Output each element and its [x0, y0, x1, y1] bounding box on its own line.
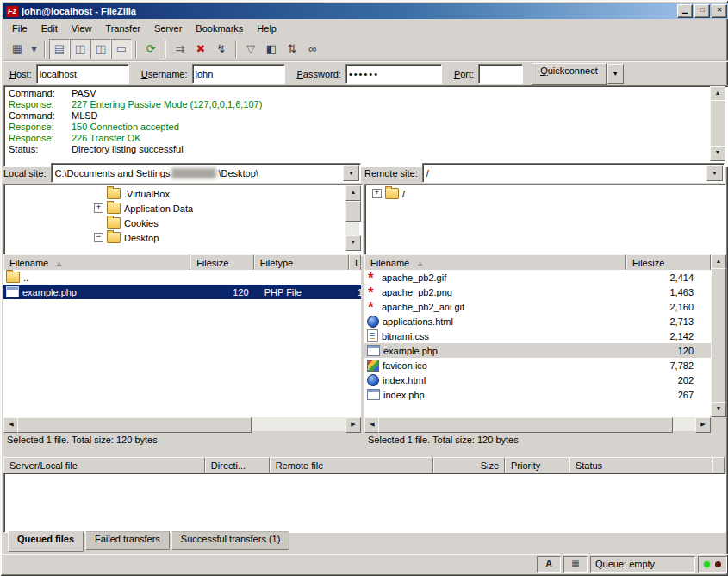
column-server-local-file[interactable]: Server/Local file	[3, 457, 205, 474]
scroll-thumb[interactable]	[345, 201, 361, 222]
local-site-combobox[interactable]: C:\Documents and Settings\Desktop\ ▼	[51, 163, 361, 183]
file-row[interactable]: apache_pb2.png1,463	[364, 285, 711, 299]
process-queue-button[interactable]: ⇉	[170, 39, 190, 59]
file-row[interactable]: apache_pb2.gif2,414	[364, 270, 711, 285]
log-line: Response:227 Entering Passive Mode (127,…	[9, 99, 728, 110]
disconnect-button[interactable]: ↯	[211, 39, 232, 59]
remote-site-combobox[interactable]: / ▼	[422, 163, 725, 183]
column-filename[interactable]: Filename▵	[3, 254, 190, 272]
quickconnect-button[interactable]: Quickconnect	[532, 63, 607, 85]
log-line: Command:PASV	[9, 88, 728, 99]
process-queue-icon: ⇉	[176, 43, 185, 54]
log-line: Command:MLSD	[9, 110, 728, 122]
column-lastmodified[interactable]: L	[349, 254, 361, 272]
php-file-icon	[367, 345, 380, 356]
local-list-hscrollbar[interactable]: ◀ ▶	[3, 417, 361, 431]
file-row-selected[interactable]: example.php 120 PHP File 1	[3, 285, 361, 299]
file-row[interactable]: applications.html2,713	[364, 314, 711, 329]
port-input[interactable]	[478, 64, 523, 84]
menu-bookmarks[interactable]: Bookmarks	[189, 21, 250, 36]
file-row[interactable]: index.php267	[364, 387, 711, 402]
column-direction[interactable]: Directi...	[205, 457, 270, 474]
expander-icon[interactable]: +	[372, 189, 382, 198]
file-row[interactable]: index.html202	[364, 373, 711, 387]
file-row[interactable]: bitnami.css2,142	[364, 329, 711, 343]
maximize-button[interactable]: □	[694, 4, 710, 18]
quickconnect-dropdown-button[interactable]: ▼	[607, 64, 624, 84]
toggle-local-tree-button[interactable]: ◫	[70, 39, 90, 59]
column-filename[interactable]: Filename▵	[364, 254, 626, 272]
password-input[interactable]	[345, 64, 442, 84]
column-size[interactable]: Size	[433, 457, 505, 474]
menu-server[interactable]: Server	[147, 21, 189, 36]
tab-queued-files[interactable]: Queued files	[8, 531, 84, 552]
host-input[interactable]	[36, 64, 129, 84]
compare-button[interactable]: ◧	[261, 39, 282, 59]
message-log: Command:PASV Response:227 Entering Passi…	[3, 85, 728, 167]
log-scrollbar[interactable]: ▲ ▼	[710, 86, 724, 161]
column-remote-file[interactable]: Remote file	[270, 457, 434, 474]
username-input[interactable]	[192, 64, 285, 84]
column-filesize[interactable]: Filesize	[626, 254, 711, 272]
file-row-selected[interactable]: example.php120	[364, 343, 711, 358]
menu-file[interactable]: File	[5, 21, 34, 36]
scroll-up-icon[interactable]: ▲	[345, 185, 361, 201]
find-button[interactable]: ∞	[302, 39, 323, 59]
redacted-username	[171, 168, 216, 178]
tree-item[interactable]: .VirtualBox	[4, 186, 362, 201]
remote-site-dropdown-button[interactable]: ▼	[706, 165, 723, 181]
toggle-message-log-button[interactable]: ▤	[49, 39, 70, 59]
tree-item[interactable]: −Desktop	[4, 230, 362, 245]
column-priority[interactable]: Priority	[505, 457, 569, 474]
filezilla-window: Fz john@localhost - FileZilla ▁ □ ✕ File…	[0, 0, 728, 576]
tree-item[interactable]: +Application Data	[4, 201, 362, 216]
refresh-button[interactable]: ⟳	[140, 39, 161, 59]
file-row[interactable]: ..	[3, 270, 361, 285]
minimize-button[interactable]: ▁	[677, 4, 693, 18]
file-row[interactable]: favicon.ico7,782	[364, 358, 711, 373]
local-site-dropdown-button[interactable]: ▼	[343, 165, 359, 181]
folder-icon	[107, 188, 121, 199]
local-directory-tree: .VirtualBox +Application Data Cookies −D…	[3, 184, 363, 256]
apache-file-icon	[367, 272, 378, 283]
scroll-thumb[interactable]	[710, 100, 725, 149]
local-selection-status: Selected 1 file. Total size: 120 bytes	[7, 431, 360, 452]
menu-view[interactable]: View	[65, 21, 99, 36]
scroll-thumb[interactable]	[711, 268, 726, 404]
filter-button[interactable]: ▽	[240, 39, 261, 59]
remote-site-bar: Remote site: / ▼	[364, 164, 725, 182]
led-red-icon	[715, 561, 721, 567]
column-filesize[interactable]: Filesize	[190, 254, 254, 272]
log-line: Response:150 Connection accepted	[9, 122, 728, 133]
sync-browse-button[interactable]: ⇅	[282, 39, 302, 59]
remote-list-hscrollbar[interactable]: ◀ ▶	[364, 417, 711, 431]
scroll-down-icon[interactable]: ▼	[345, 235, 361, 251]
tab-failed-transfers[interactable]: Failed transfers	[85, 531, 170, 550]
column-filetype[interactable]: Filetype	[254, 254, 349, 272]
queue-list[interactable]	[3, 473, 726, 533]
tree-item[interactable]: +/	[365, 186, 725, 201]
toggle-queue-button[interactable]: ▭	[111, 39, 132, 59]
scroll-down-icon[interactable]: ▼	[711, 402, 726, 417]
local-site-label: Local site:	[3, 168, 47, 178]
php-file-icon	[367, 389, 380, 400]
dropdown-arrow-icon: ▼	[613, 71, 619, 77]
menu-help[interactable]: Help	[250, 21, 283, 36]
cancel-button[interactable]: ✖	[190, 39, 211, 59]
local-tree-scrollbar[interactable]: ▲ ▼	[345, 185, 359, 251]
scroll-down-icon[interactable]: ▼	[710, 146, 725, 161]
menu-edit[interactable]: Edit	[34, 21, 65, 36]
site-manager-button[interactable]: ▦	[7, 39, 28, 59]
menu-transfer[interactable]: Transfer	[98, 21, 147, 36]
local-site-bar: Local site: C:\Documents and Settings\De…	[3, 164, 361, 182]
remote-list-scrollbar[interactable]: ▲ ▼	[711, 254, 725, 417]
toggle-remote-tree-button[interactable]: ◫	[90, 39, 111, 59]
close-button[interactable]: ✕	[712, 4, 727, 18]
expander-icon[interactable]: +	[94, 203, 103, 213]
expander-icon[interactable]: −	[94, 233, 103, 242]
tab-successful-transfers[interactable]: Successful transfers (1)	[171, 531, 290, 550]
column-status[interactable]: Status	[569, 457, 712, 474]
file-row[interactable]: apache_pb2_ani.gif2,160	[364, 299, 711, 314]
site-manager-dropdown-button[interactable]: ▾	[28, 39, 40, 59]
tree-item[interactable]: Cookies	[4, 216, 362, 230]
